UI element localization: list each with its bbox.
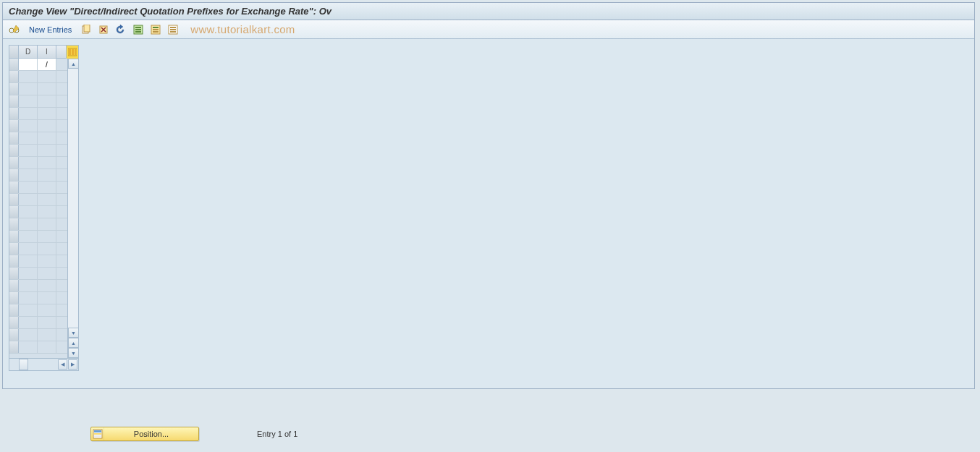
cell-i[interactable]: [38, 280, 56, 291]
cell-i[interactable]: [38, 206, 56, 218]
cell-i[interactable]: /: [38, 59, 56, 70]
select-all-button[interactable]: [131, 22, 145, 37]
cell-d[interactable]: [19, 268, 38, 279]
row-selector[interactable]: [9, 268, 19, 279]
row-selector[interactable]: [9, 243, 19, 255]
cell-d[interactable]: [19, 157, 38, 169]
row-selector[interactable]: [9, 157, 19, 169]
cell-i[interactable]: [38, 255, 56, 267]
svg-rect-22: [72, 49, 74, 55]
footer-selector-box[interactable]: [19, 359, 28, 370]
cell-d[interactable]: [19, 206, 38, 218]
cell-d[interactable]: [19, 341, 38, 353]
cell-d[interactable]: [19, 317, 38, 328]
row-selector[interactable]: [9, 108, 19, 119]
scroll-down2-button[interactable]: ▼: [68, 348, 79, 358]
svg-rect-15: [153, 31, 159, 33]
delete-button[interactable]: [96, 22, 111, 37]
cell-i[interactable]: [38, 157, 56, 169]
row-selector[interactable]: [9, 182, 19, 193]
row-selector[interactable]: [9, 206, 19, 218]
cell-d[interactable]: [19, 120, 38, 132]
cell-d[interactable]: [19, 280, 38, 291]
undo-change-button[interactable]: [114, 22, 128, 37]
horizontal-scrollbar[interactable]: ◀ ▶: [29, 359, 78, 370]
cell-d[interactable]: [19, 304, 38, 316]
row-selector[interactable]: [9, 292, 19, 304]
cell-i[interactable]: [38, 71, 56, 82]
scroll-down-button[interactable]: ▼: [68, 328, 79, 338]
cell-d[interactable]: [19, 108, 38, 119]
cell-i[interactable]: [38, 83, 56, 95]
row-selector[interactable]: [9, 71, 19, 82]
cell-i[interactable]: [38, 120, 56, 132]
column-header-d[interactable]: D: [19, 46, 38, 58]
row-selector[interactable]: [9, 59, 19, 70]
row-selector[interactable]: [9, 95, 19, 107]
svg-rect-13: [153, 27, 159, 28]
cell-d[interactable]: [19, 292, 38, 304]
cell-d[interactable]: [19, 182, 38, 193]
copy-as-button[interactable]: [79, 22, 93, 37]
cell-d[interactable]: [19, 169, 38, 181]
cell-d[interactable]: [19, 132, 38, 144]
cell-i[interactable]: [38, 169, 56, 181]
cell-i[interactable]: [38, 145, 56, 156]
cell-i[interactable]: [38, 292, 56, 304]
cell-d[interactable]: [19, 59, 38, 70]
deselect-all-button[interactable]: [166, 22, 180, 37]
row-selector[interactable]: [9, 341, 19, 353]
cell-d[interactable]: [19, 243, 38, 255]
row-selector[interactable]: [9, 255, 19, 267]
cell-i[interactable]: [38, 218, 56, 230]
cell-i[interactable]: [38, 194, 56, 205]
content-area: D I / ▲ ▼ ▲ ▼: [3, 39, 974, 388]
cell-i[interactable]: [38, 304, 56, 316]
row-selector[interactable]: [9, 120, 19, 132]
cell-d[interactable]: [19, 95, 38, 107]
cell-d[interactable]: [19, 145, 38, 156]
cell-d[interactable]: [19, 255, 38, 267]
toggle-display-change-button[interactable]: [7, 22, 22, 37]
cell-i[interactable]: [38, 95, 56, 107]
cell-i[interactable]: [38, 132, 56, 144]
new-entries-button[interactable]: New Entries: [25, 24, 76, 35]
row-selector[interactable]: [9, 83, 19, 95]
row-selector[interactable]: [9, 218, 19, 230]
row-selector[interactable]: [9, 132, 19, 144]
cell-d[interactable]: [19, 231, 38, 242]
row-selector[interactable]: [9, 317, 19, 328]
delete-icon: [98, 25, 109, 35]
cell-i[interactable]: [38, 182, 56, 193]
table-settings-button[interactable]: [66, 46, 78, 59]
scroll-up-button[interactable]: ▲: [68, 59, 79, 69]
row-selector[interactable]: [9, 280, 19, 291]
position-button[interactable]: Position...: [90, 427, 199, 441]
cell-d[interactable]: [19, 83, 38, 95]
cell-i[interactable]: [38, 231, 56, 242]
scroll-left-button[interactable]: ◀: [58, 359, 67, 370]
select-block-button[interactable]: [148, 22, 163, 37]
row-selector[interactable]: [9, 169, 19, 181]
row-selector[interactable]: [9, 231, 19, 242]
row-selector-header[interactable]: [9, 46, 19, 58]
scroll-right-button[interactable]: ▶: [68, 359, 77, 370]
cell-d[interactable]: [19, 329, 38, 341]
row-selector[interactable]: [9, 194, 19, 205]
cell-i[interactable]: [38, 341, 56, 353]
cell-i[interactable]: [38, 329, 56, 341]
cell-i[interactable]: [38, 243, 56, 255]
cell-d[interactable]: [19, 71, 38, 82]
cell-d[interactable]: [19, 218, 38, 230]
cell-i[interactable]: [38, 108, 56, 119]
cell-i[interactable]: [38, 268, 56, 279]
row-selector[interactable]: [9, 304, 19, 316]
cell-i[interactable]: [38, 317, 56, 328]
vertical-scrollbar[interactable]: ▲ ▼ ▲ ▼: [67, 59, 78, 358]
cell-d[interactable]: [19, 194, 38, 205]
scroll-up2-button[interactable]: ▲: [68, 338, 79, 348]
row-selector[interactable]: [9, 145, 19, 156]
row-selector[interactable]: [9, 329, 19, 341]
column-header-i[interactable]: I: [38, 46, 56, 58]
svg-rect-27: [94, 435, 101, 437]
